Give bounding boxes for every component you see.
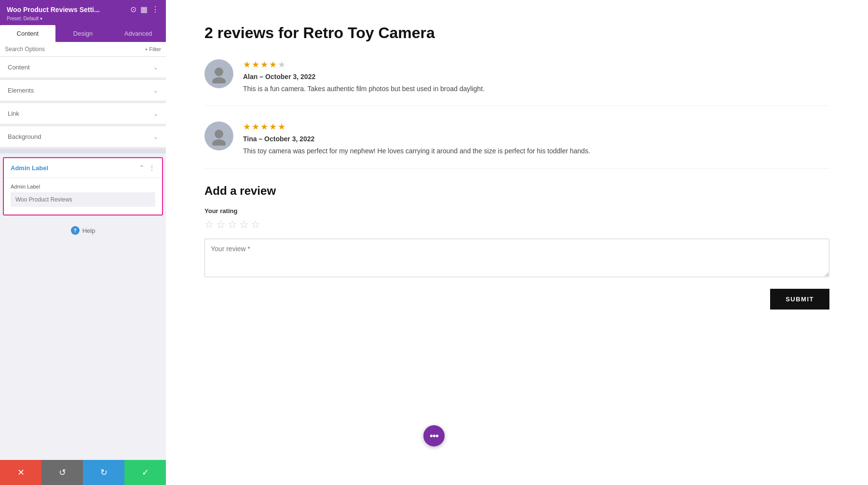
- sidebar: Woo Product Reviews Setti... ⊙ ▦ ⋮ Prese…: [0, 0, 166, 485]
- help-label: Help: [82, 227, 95, 234]
- section-link-label: Link: [8, 110, 19, 117]
- rating-star-2[interactable]: ☆: [216, 218, 226, 231]
- sidebar-header-icons: ⊙ ▦ ⋮: [130, 5, 159, 14]
- rating-star-3[interactable]: ☆: [228, 218, 237, 231]
- avatar-2: [204, 121, 233, 150]
- floating-menu-button[interactable]: •••: [423, 425, 445, 446]
- tab-advanced[interactable]: Advanced: [110, 25, 166, 42]
- chevron-icon: ⌄: [153, 64, 158, 71]
- svg-point-1: [212, 77, 226, 83]
- filter-button[interactable]: + Filter: [145, 46, 161, 52]
- admin-label-header: Admin Label ⌃ ⋮: [4, 158, 162, 178]
- svg-point-0: [215, 67, 223, 76]
- submit-row: SUBMIT: [204, 289, 829, 310]
- star-1-4: ★: [269, 59, 277, 70]
- add-review-section: Add a review Your rating ☆ ☆ ☆ ☆ ☆ SUBMI…: [204, 184, 829, 310]
- reviews-title: 2 reviews for Retro Toy Camera: [204, 24, 829, 42]
- save-button[interactable]: ✓: [124, 460, 166, 485]
- settings-icon[interactable]: ⊙: [130, 5, 136, 14]
- section-content[interactable]: Content ⌄: [0, 57, 166, 78]
- rating-star-4[interactable]: ☆: [239, 218, 249, 231]
- add-review-title: Add a review: [204, 184, 829, 198]
- reviewer-name-1: Alan – October 3, 2022: [243, 73, 485, 81]
- star-2-1: ★: [243, 121, 251, 132]
- sidebar-content: Content ⌄ Elements ⌄ Link ⌄ Background ⌄…: [0, 57, 166, 485]
- layout-icon[interactable]: ▦: [140, 5, 148, 14]
- close-button[interactable]: ✕: [0, 460, 41, 485]
- section-content-label: Content: [8, 64, 30, 71]
- admin-label-icons: ⌃ ⋮: [139, 164, 155, 172]
- star-2-5: ★: [278, 121, 285, 132]
- main-inner: 2 reviews for Retro Toy Camera ★ ★ ★ ★ ★: [166, 0, 868, 485]
- tab-content[interactable]: Content: [0, 25, 55, 42]
- reviewer-name-2: Tina – October 3, 2022: [243, 135, 590, 143]
- svg-point-2: [215, 130, 223, 138]
- chevron-icon-bg: ⌄: [153, 134, 158, 140]
- floating-menu-dots: •••: [430, 431, 438, 442]
- review-body-2: ★ ★ ★ ★ ★ Tina – October 3, 2022 This to…: [243, 121, 590, 156]
- review-body-1: ★ ★ ★ ★ ★ Alan – October 3, 2022 This is…: [243, 59, 485, 94]
- main-content-area: 2 reviews for Retro Toy Camera ★ ★ ★ ★ ★: [166, 0, 868, 485]
- rating-stars: ☆ ☆ ☆ ☆ ☆: [204, 218, 829, 231]
- stars-2: ★ ★ ★ ★ ★: [243, 121, 590, 132]
- help-icon: ?: [71, 226, 80, 235]
- admin-more-icon[interactable]: ⋮: [149, 164, 155, 172]
- chevron-icon-elements: ⌄: [153, 87, 158, 94]
- star-2-4: ★: [269, 121, 277, 132]
- review-item-2: ★ ★ ★ ★ ★ Tina – October 3, 2022 This to…: [204, 121, 829, 168]
- section-background[interactable]: Background ⌄: [0, 126, 166, 148]
- rating-star-1[interactable]: ☆: [204, 218, 214, 231]
- section-link[interactable]: Link ⌄: [0, 103, 166, 124]
- redo-button[interactable]: ↻: [83, 460, 124, 485]
- undo-button[interactable]: ↺: [41, 460, 83, 485]
- search-bar: + Filter: [0, 42, 166, 57]
- star-1-5: ★: [278, 59, 285, 70]
- star-1-3: ★: [260, 59, 268, 70]
- svg-point-3: [212, 139, 226, 146]
- submit-button[interactable]: SUBMIT: [770, 289, 829, 310]
- review-text-2: This toy camera was perfect for my nephe…: [243, 146, 590, 156]
- preset-label[interactable]: Preset: Default ▾: [7, 16, 159, 21]
- star-2-3: ★: [260, 121, 268, 132]
- collapse-icon[interactable]: ⌃: [139, 164, 145, 172]
- review-text-1: This is a fun camera. Takes authentic fi…: [243, 83, 485, 94]
- review-item-1: ★ ★ ★ ★ ★ Alan – October 3, 2022 This is…: [204, 59, 829, 106]
- sidebar-tabs: Content Design Advanced: [0, 25, 166, 42]
- admin-label-input[interactable]: [11, 192, 155, 207]
- your-rating-label: Your rating: [204, 207, 829, 215]
- admin-label-title: Admin Label: [11, 164, 48, 172]
- tab-design[interactable]: Design: [55, 25, 111, 42]
- help-row[interactable]: ? Help: [0, 219, 166, 242]
- avatar-1: [204, 59, 233, 88]
- field-label: Admin Label: [11, 184, 155, 189]
- star-1-1: ★: [243, 59, 251, 70]
- search-input[interactable]: [5, 46, 145, 53]
- rating-star-5[interactable]: ☆: [251, 218, 260, 231]
- bottom-bar: ✕ ↺ ↻ ✓: [0, 460, 166, 485]
- star-2-2: ★: [252, 121, 259, 132]
- admin-label-body: Admin Label: [4, 178, 162, 215]
- star-1-2: ★: [252, 59, 259, 70]
- admin-label-section: Admin Label ⌃ ⋮ Admin Label: [3, 157, 163, 216]
- more-icon[interactable]: ⋮: [151, 5, 159, 14]
- chevron-icon-link: ⌄: [153, 110, 158, 117]
- section-elements[interactable]: Elements ⌄: [0, 80, 166, 101]
- sidebar-header: Woo Product Reviews Setti... ⊙ ▦ ⋮ Prese…: [0, 0, 166, 25]
- section-background-label: Background: [8, 133, 41, 140]
- sidebar-title: Woo Product Reviews Setti...: [7, 6, 100, 13]
- review-textarea[interactable]: [204, 239, 829, 277]
- section-elements-label: Elements: [8, 87, 34, 94]
- stars-1: ★ ★ ★ ★ ★: [243, 59, 485, 70]
